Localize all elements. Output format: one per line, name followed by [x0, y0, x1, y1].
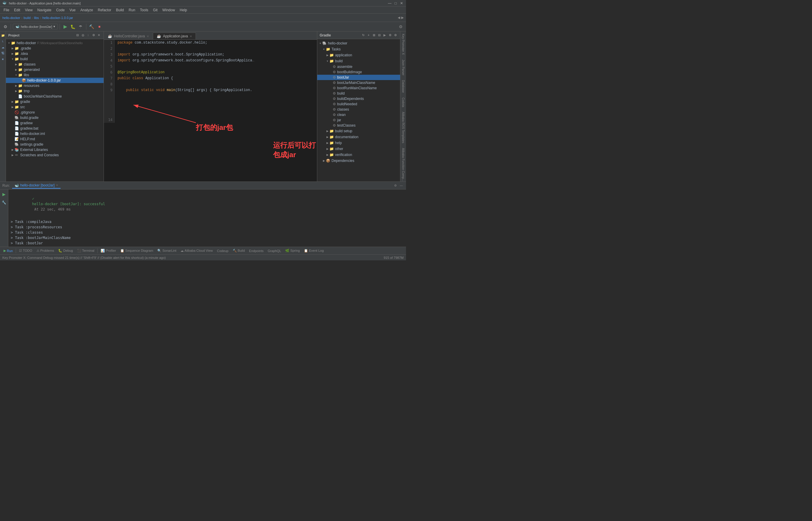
- sidebar-json-parser[interactable]: Json Parser: [402, 59, 405, 76]
- gradle-build-folder[interactable]: ▾ 📁 build: [317, 58, 400, 64]
- breadcrumb-libs[interactable]: libs: [34, 16, 39, 20]
- gradle-assemble[interactable]: ⚙ assemble: [317, 64, 400, 69]
- gradle-tasks[interactable]: ▾ 📁 Tasks: [317, 46, 400, 52]
- tree-build-gradle[interactable]: 🐘 build.gradle: [6, 115, 104, 120]
- close-button[interactable]: ✕: [400, 1, 404, 5]
- sidebar-ros-templates[interactable]: Alibaba ROS Templates: [402, 111, 405, 144]
- bt-build[interactable]: 🔨 Build: [231, 248, 247, 253]
- bt-alibaba[interactable]: ☁ Alibaba Cloud View: [179, 248, 215, 253]
- tree-gradle-dir[interactable]: ▶ 📁 .gradle: [6, 46, 104, 51]
- gradle-dependencies[interactable]: ▶ 📦 Dependencies: [317, 158, 400, 164]
- menu-file[interactable]: File: [1, 7, 12, 13]
- menu-analyze[interactable]: Analyze: [78, 7, 95, 13]
- gradle-bootbuildimage[interactable]: ⚙ bootBuildImage: [317, 69, 400, 75]
- run-tab-bootjar[interactable]: 🐋 hello-docker [bootJar] ✕: [12, 183, 60, 188]
- bt-sonarlint[interactable]: 🔍 SonarLint: [155, 248, 178, 253]
- bt-eventlog[interactable]: 📋 Event Log: [302, 248, 325, 253]
- tree-idea[interactable]: ▶ 📁 .idea: [6, 51, 104, 56]
- gradle-bootrunmain[interactable]: ⚙ bootRunMainClassName: [317, 85, 400, 91]
- tree-scratches[interactable]: ▶ ✏ Scratches and Consoles: [6, 153, 104, 158]
- gradle-classes-task[interactable]: ⚙ classes: [317, 107, 400, 112]
- gradle-build-task[interactable]: ⚙ build: [317, 91, 400, 96]
- sidebar-function-compute[interactable]: Alibaba Function Comp...: [402, 147, 405, 181]
- tree-settings-gradle[interactable]: 🐘 settings.gradle: [6, 142, 104, 147]
- menu-vue[interactable]: Vue: [67, 7, 78, 13]
- build-button[interactable]: 🔨: [88, 23, 95, 30]
- sidebar-structure-icon[interactable]: 🏗: [0, 50, 6, 56]
- tree-help[interactable]: 📝 HELP.md: [6, 136, 104, 142]
- bt-graphql[interactable]: GraphQL: [266, 249, 283, 253]
- menu-window[interactable]: Window: [160, 7, 177, 13]
- tab-hello-close[interactable]: ✕: [147, 35, 149, 38]
- gradle-build-setup[interactable]: ▶ 📁 build setup: [317, 128, 400, 134]
- toolbar-settings[interactable]: ⚙: [2, 23, 9, 30]
- gradle-help[interactable]: ▶ 📁 help: [317, 140, 400, 146]
- sidebar-favorites-icon[interactable]: ★: [0, 56, 6, 62]
- debug-button[interactable]: 🐛: [69, 23, 77, 30]
- tree-generated[interactable]: ▶ 📁 generated: [6, 67, 104, 72]
- sidebar-codota[interactable]: Codota: [402, 96, 405, 108]
- sidebar-cloud-icon[interactable]: ☁: [0, 44, 6, 50]
- tree-tmp[interactable]: ▶ 📁 tmp: [6, 88, 104, 94]
- panel-settings[interactable]: ⚙: [91, 33, 96, 38]
- sidebar-learn-icon[interactable]: L: [0, 39, 6, 44]
- sidebar-key-promoter[interactable]: Key Promoter X: [402, 32, 405, 56]
- tab-app-close[interactable]: ✕: [190, 35, 192, 38]
- gradle-add[interactable]: +: [366, 33, 371, 38]
- tree-libs[interactable]: ▾ 📁 libs: [6, 72, 104, 78]
- nav-forward-icon[interactable]: ▶: [401, 16, 404, 20]
- bt-todo[interactable]: ☑ TODO: [17, 248, 34, 253]
- gradle-settings2[interactable]: ⚙: [393, 33, 398, 38]
- tree-gitignore[interactable]: 🚫 .gitignore: [6, 110, 104, 115]
- bt-problems[interactable]: ⚠ Problems: [35, 248, 56, 253]
- gradle-other[interactable]: ▶ 📁 other: [317, 146, 400, 152]
- menu-build[interactable]: Build: [114, 7, 126, 13]
- nav-back-icon[interactable]: ◀: [398, 16, 400, 20]
- menu-refactor[interactable]: Refactor: [95, 7, 114, 13]
- tree-classes[interactable]: ▶ 📁 classes: [6, 62, 104, 67]
- run-config-selector[interactable]: 🐋 hello-docker [bootJar] ▾: [13, 24, 58, 29]
- tree-gradlew-bat[interactable]: 📄 gradlew.bat: [6, 126, 104, 131]
- minimize-button[interactable]: —: [388, 1, 392, 5]
- tree-gradle[interactable]: ▶ 📁 gradle: [6, 99, 104, 105]
- menu-view[interactable]: View: [23, 7, 35, 13]
- gradle-refresh[interactable]: ↻: [361, 33, 366, 38]
- tab-hellocontroller[interactable]: ☕ HelloController.java ✕: [104, 32, 153, 40]
- gradle-builddeps[interactable]: ⚙ buildDependents: [317, 96, 400, 101]
- menu-tools[interactable]: Tools: [138, 7, 151, 13]
- gradle-root[interactable]: ▾ 🐘 hello-docker: [317, 40, 400, 46]
- menu-edit[interactable]: Edit: [12, 7, 23, 13]
- bt-codeup[interactable]: Codeup: [215, 249, 230, 253]
- gradle-expand[interactable]: ⊞: [371, 33, 376, 38]
- menu-code[interactable]: Code: [54, 7, 67, 13]
- gradle-run[interactable]: ▶: [382, 33, 387, 38]
- code-editor[interactable]: 1 2 3 4 5 6 7 8 9 14 package com.s: [104, 40, 317, 181]
- gradle-bootjarmain[interactable]: ⚙ bootJarMainClassName: [317, 80, 400, 85]
- maximize-button[interactable]: □: [393, 1, 398, 5]
- tree-build[interactable]: ▾ 📁 build: [6, 56, 104, 62]
- toolbar-right-1[interactable]: ⚙: [397, 23, 404, 30]
- bt-debug[interactable]: 🐛 Debug: [57, 248, 74, 253]
- menu-help[interactable]: Help: [177, 7, 190, 13]
- bt-endpoints[interactable]: Endpoints: [247, 249, 265, 253]
- gradle-bootjar[interactable]: ⚙ bootJar: [317, 75, 400, 80]
- breadcrumb-jar[interactable]: hello-docker-1.0.0.jar: [42, 16, 73, 20]
- run-button[interactable]: ▶: [62, 23, 69, 30]
- panel-close[interactable]: ✕: [97, 33, 101, 38]
- panel-locate[interactable]: ◎: [81, 33, 85, 38]
- gradle-application[interactable]: ▶ 📁 application: [317, 52, 400, 58]
- gradle-testclasses[interactable]: ⚙ testClasses: [317, 123, 400, 128]
- run-rerun-button[interactable]: ▶: [1, 191, 8, 198]
- tab-application[interactable]: ☕ Application.java ✕: [153, 32, 196, 40]
- run-settings[interactable]: ⚙: [393, 183, 398, 188]
- menu-navigate[interactable]: Navigate: [35, 7, 54, 13]
- tree-iml[interactable]: 📄 hello-docker.iml: [6, 131, 104, 136]
- run-stop-button[interactable]: 🔧: [1, 199, 8, 206]
- menu-git[interactable]: Git: [151, 7, 160, 13]
- gradle-settings[interactable]: ⚙: [388, 33, 392, 38]
- sidebar-database[interactable]: Database: [402, 79, 405, 94]
- run-tab-close[interactable]: ✕: [56, 184, 58, 187]
- breadcrumb-project[interactable]: hello-docker: [2, 16, 20, 20]
- tree-root[interactable]: ▾ 📁 hello-docker F:\Workspace\StackStone…: [6, 40, 104, 46]
- panel-sort[interactable]: ↕: [86, 33, 90, 38]
